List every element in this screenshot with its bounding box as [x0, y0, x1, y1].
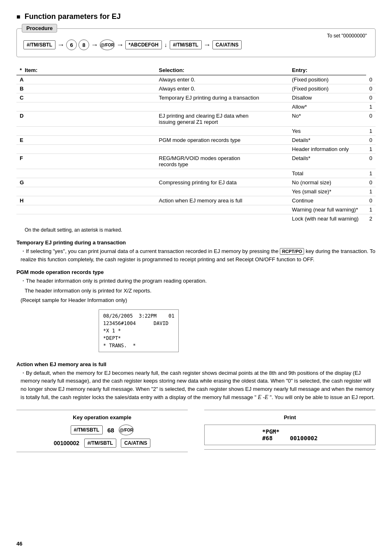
table-cell-entry: 1	[366, 145, 376, 154]
table-cell-entry: 0	[366, 93, 376, 102]
table-cell-item	[156, 145, 289, 154]
col-header-selection: Selection:	[156, 65, 289, 75]
subsection-action-ej: Action when EJ memory area is full ・By d…	[16, 361, 376, 402]
table-cell-selection: Details*	[289, 154, 366, 169]
table-cell-entry: 0	[366, 111, 376, 127]
print-line-2: #68 00100002	[262, 435, 318, 441]
key-ca-at-ns: CA/AT/NS	[212, 40, 242, 49]
table-cell-selection: Allow*	[289, 102, 366, 111]
subsection-action-ej-p1: ・By default, when the memory for EJ beco…	[21, 369, 376, 402]
table-row: Header information only1	[16, 145, 376, 154]
table-cell-item	[156, 127, 289, 136]
table-cell-letter: E	[16, 136, 156, 145]
table-cell-letter: A	[16, 75, 156, 84]
table-cell-letter	[16, 127, 156, 136]
receipt-sample: 08/26/2005 3:22PM 01 123456#1004 DAVID *…	[99, 309, 179, 352]
table-cell-item	[156, 102, 289, 111]
table-cell-selection: Continue	[289, 196, 366, 205]
arrow-4: →	[203, 41, 211, 49]
key-for: @/FOR	[100, 39, 115, 50]
subsection-pgm-mode-title: PGM mode operation records type	[16, 269, 376, 275]
subsection-pgm-mode-p2: The header information only is printed f…	[25, 287, 376, 295]
params-table: * Item: Selection: Entry: AAlways enter …	[16, 65, 376, 223]
table-cell-item	[156, 205, 289, 214]
col-header-item: * Item:	[16, 65, 156, 75]
table-cell-entry: 0	[366, 154, 376, 169]
table-cell-item: Always enter 0.	[156, 75, 289, 84]
key-op-htm-sbtl-2: #/TM/SBTL	[84, 439, 116, 448]
table-cell-letter: B	[16, 84, 156, 93]
table-row: Lock (with near full warning)2	[16, 214, 376, 223]
key-op-sp3	[81, 440, 83, 446]
key-op-title: Key operation example	[16, 414, 188, 420]
arrow-1: →	[57, 41, 65, 49]
table-cell-letter	[16, 102, 156, 111]
table-cell-selection: Total	[289, 169, 366, 178]
table-cell-entry: 2	[366, 214, 376, 223]
table-cell-item	[156, 214, 289, 223]
arrow-2: →	[91, 41, 98, 49]
table-row: BAlways enter 0.(Fixed position)0	[16, 84, 376, 93]
key-op-for: @/FOR	[119, 425, 134, 435]
key-op-code: 00100002	[54, 440, 79, 446]
table-row: Yes1	[16, 127, 376, 136]
key-op-sp4	[118, 440, 120, 446]
table-cell-selection: Yes (small size)*	[289, 187, 366, 196]
key-op-flow2: 00100002 #/TM/SBTL CA/AT/NS	[16, 439, 188, 448]
key-op-flow1: #/TM/SBTL 68 @/FOR	[16, 425, 188, 435]
key-abcdefgh: *ABCDEFGH	[125, 40, 162, 49]
table-row: HAction when EJ memory area is fullConti…	[16, 196, 376, 205]
table-cell-entry: 1	[366, 127, 376, 136]
print-line-1: *PGM*	[262, 428, 318, 435]
key-8: 8	[78, 39, 89, 50]
table-cell-entry: 1	[366, 205, 376, 214]
table-cell-letter	[16, 214, 156, 223]
print-box: Print *PGM* #68 00100002	[204, 410, 376, 450]
table-cell-selection: No (normal size)	[289, 178, 366, 187]
table-cell-entry: 1	[366, 102, 376, 111]
table-cell-entry: 1	[366, 169, 376, 178]
table-cell-letter: C	[16, 93, 156, 102]
table-cell-letter: D	[16, 111, 156, 127]
table-row: FREG/MGR/VOID modes operationrecords typ…	[16, 154, 376, 169]
table-cell-item	[156, 169, 289, 178]
table-cell-entry: 1	[366, 187, 376, 196]
subsection-temp-ej-title: Temporary EJ printing during a transacti…	[16, 239, 376, 246]
procedure-section: Procedure To set "00000000" #/TM/SBTL → …	[16, 28, 376, 57]
key-op-space2	[116, 427, 118, 433]
table-row: Allow*1	[16, 102, 376, 111]
table-cell-selection: Yes	[289, 127, 366, 136]
key-op-ca-at-ns: CA/AT/NS	[121, 439, 150, 448]
key-htm-sbtl-1: #/TM/SBTL	[23, 40, 55, 49]
table-cell-selection: Header information only	[289, 145, 366, 154]
table-cell-item: Temporary EJ printing during a transacti…	[156, 93, 289, 102]
table-cell-selection: Warning (near full warning)*	[289, 205, 366, 214]
arrow-3: →	[116, 41, 124, 49]
procedure-label: Procedure	[22, 24, 57, 33]
key-op-68: 68	[107, 427, 114, 434]
table-cell-item	[156, 187, 289, 196]
table-cell-letter	[16, 205, 156, 214]
key-op-htm-sbtl: #/TM/SBTL	[71, 425, 103, 434]
page-number: 46	[16, 541, 22, 547]
key-print-section: Key operation example #/TM/SBTL 68 @/FOR…	[16, 410, 376, 452]
print-receipt-content: *PGM* #68 00100002	[262, 428, 318, 441]
table-cell-item: Compressing printing for EJ data	[156, 178, 289, 187]
table-cell-selection: Details*	[289, 136, 366, 145]
table-cell-letter	[16, 145, 156, 154]
subsection-pgm-mode: PGM mode operation records type ・The hea…	[16, 269, 376, 355]
subsection-temp-ej: Temporary EJ printing during a transacti…	[16, 239, 376, 263]
procedure-note: To set "00000000"	[327, 33, 367, 39]
rcptpo-key: RCPT/PO	[280, 248, 304, 255]
subsection-action-ej-title: Action when EJ memory area is full	[16, 361, 376, 367]
table-row: AAlways enter 0.(Fixed position)0	[16, 75, 376, 84]
section-title: Function parameters for EJ	[16, 12, 376, 21]
table-row: DEJ printing and clearing EJ data whenis…	[16, 111, 376, 127]
table-row: GCompressing printing for EJ dataNo (nor…	[16, 178, 376, 187]
table-cell-selection: (Fixed position)	[289, 84, 366, 93]
table-cell-item: EJ printing and clearing EJ data wheniss…	[156, 111, 289, 127]
asterisk-note: On the default setting, an asterisk is m…	[16, 227, 376, 233]
table-cell-letter	[16, 169, 156, 178]
subsection-temp-ej-p1: ・If selecting "yes", you can print journ…	[21, 247, 376, 263]
table-cell-entry: 0	[366, 136, 376, 145]
